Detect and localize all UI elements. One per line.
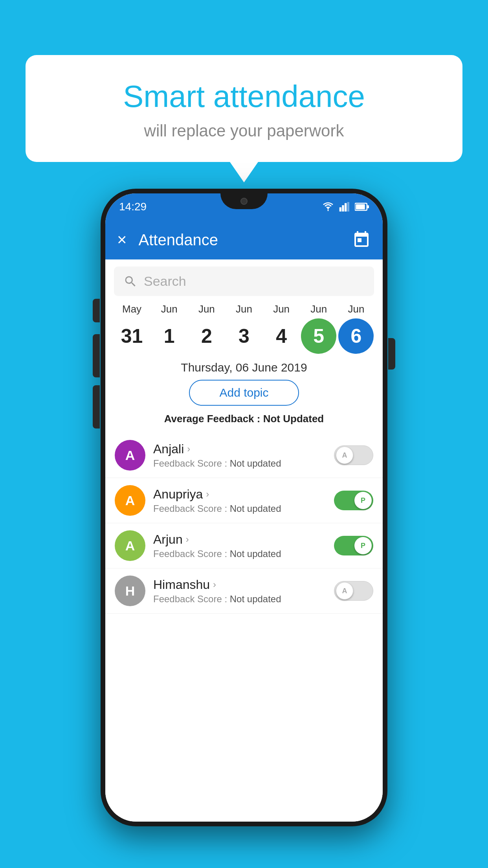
cal-month-label: Jun [348,303,364,315]
student-feedback: Feedback Score : Not updated [153,503,326,514]
phone-screen: 14:29 [105,193,383,822]
cal-month-label: Jun [161,303,178,315]
app-bar-title: Attendance [139,231,352,249]
chevron-right-icon: › [206,489,209,500]
cal-month-label: Jun [273,303,290,315]
svg-rect-2 [342,205,344,211]
toggle-switch[interactable]: P [334,491,373,510]
cal-month-label: Jun [198,303,215,315]
student-feedback: Feedback Score : Not updated [153,594,326,605]
calendar-day[interactable]: Jun3 [226,303,262,354]
add-topic-button[interactable]: Add topic [189,380,299,406]
calendar-icon[interactable] [352,230,371,249]
student-name: Anupriya › [153,487,326,502]
speech-bubble-container: Smart attendance will replace your paper… [26,55,462,162]
chevron-right-icon: › [186,534,189,545]
student-item[interactable]: AAnjali ›Feedback Score : Not updatedA [105,433,383,478]
notch [220,193,268,209]
status-icons [322,202,369,211]
phone-container: 14:29 [101,189,387,826]
cal-month-label: Jun [236,303,252,315]
power-button [388,338,395,370]
toggle-knob: A [336,582,353,600]
cal-date-label: 3 [226,318,262,354]
student-info: Anjali ›Feedback Score : Not updated [153,442,326,469]
svg-marker-0 [326,207,330,210]
cal-month-label: Jun [310,303,327,315]
bubble-subtitle: will replace your paperwork [45,121,443,140]
speech-bubble: Smart attendance will replace your paper… [26,55,462,162]
cal-date-label: 4 [264,318,299,354]
calendar-day[interactable]: Jun6 [338,303,374,354]
calendar-day[interactable]: Jun5 [301,303,336,354]
signal-icon [339,202,350,211]
calendar-row: May31Jun1Jun2Jun3Jun4Jun5Jun6 [105,303,383,354]
svg-rect-6 [367,205,369,208]
toggle-knob: P [354,537,372,554]
bubble-title: Smart attendance [45,79,443,114]
student-feedback: Feedback Score : Not updated [153,458,326,469]
attendance-toggle[interactable]: P [334,491,373,510]
student-name: Anjali › [153,442,326,456]
student-info: Arjun ›Feedback Score : Not updated [153,532,326,559]
toggle-switch[interactable]: A [334,445,373,465]
student-info: Anupriya ›Feedback Score : Not updated [153,487,326,514]
chevron-right-icon: › [187,443,190,454]
toggle-switch[interactable]: A [334,581,373,601]
svg-rect-7 [356,204,365,210]
student-list: AAnjali ›Feedback Score : Not updatedAAA… [105,433,383,614]
phone-content: Search May31Jun1Jun2Jun3Jun4Jun5Jun6 Thu… [105,259,383,822]
calendar-day[interactable]: Jun4 [264,303,299,354]
student-name: Himanshu › [153,577,326,592]
silent-button [93,299,100,322]
cal-date-label: 5 [301,318,336,354]
search-icon [123,274,138,289]
search-bar[interactable]: Search [114,267,374,296]
cal-date-label: 6 [338,318,374,354]
selected-date: Thursday, 06 June 2019 [105,361,383,374]
svg-rect-3 [345,203,347,211]
phone-body: 14:29 [101,189,387,826]
average-feedback: Average Feedback : Not Updated [105,413,383,425]
status-time: 14:29 [119,200,147,213]
svg-rect-1 [339,207,341,211]
cal-date-label: 1 [152,318,187,354]
student-item[interactable]: AArjun ›Feedback Score : Not updatedP [105,523,383,568]
attendance-toggle[interactable]: A [334,581,373,601]
avg-feedback-value: Not Updated [263,413,324,425]
student-avatar: A [115,440,145,471]
toggle-switch[interactable]: P [334,536,373,555]
student-feedback: Feedback Score : Not updated [153,548,326,559]
svg-rect-4 [347,202,349,211]
calendar-day[interactable]: May31 [114,303,150,354]
calendar-day[interactable]: Jun1 [152,303,187,354]
close-button[interactable]: × [117,230,127,249]
attendance-toggle[interactable]: P [334,536,373,555]
search-input[interactable]: Search [144,274,365,289]
avg-feedback-label: Average Feedback : [164,413,263,425]
student-avatar: A [115,485,145,516]
toggle-knob: A [336,447,353,464]
student-item[interactable]: AAnupriya ›Feedback Score : Not updatedP [105,478,383,523]
calendar-day[interactable]: Jun2 [189,303,224,354]
attendance-toggle[interactable]: A [334,445,373,465]
cal-date-label: 31 [114,318,150,354]
battery-icon [355,202,369,211]
student-info: Himanshu ›Feedback Score : Not updated [153,577,326,605]
cal-month-label: May [122,303,141,315]
volume-down-button [93,385,100,428]
camera [240,198,248,205]
student-avatar: A [115,530,145,561]
wifi-icon [322,202,334,211]
cal-date-label: 2 [189,318,224,354]
app-bar: × Attendance [105,220,383,259]
student-item[interactable]: HHimanshu ›Feedback Score : Not updatedA [105,568,383,614]
student-name: Arjun › [153,532,326,547]
status-bar: 14:29 [105,193,383,220]
volume-up-button [93,334,100,377]
chevron-right-icon: › [213,579,216,590]
toggle-knob: P [354,492,372,509]
student-avatar: H [115,576,145,606]
